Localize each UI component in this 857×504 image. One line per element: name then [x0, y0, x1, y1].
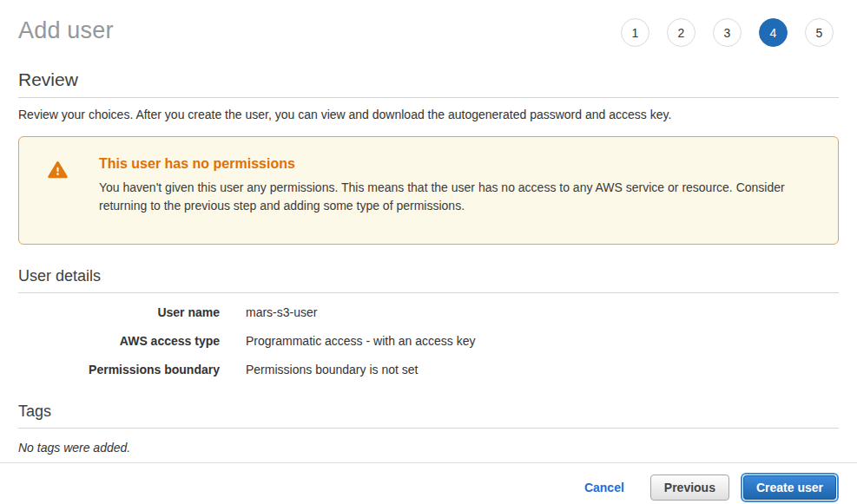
review-heading: Review: [18, 69, 839, 98]
warning-triangle-icon: [36, 156, 69, 226]
warning-title: This user has no permissions: [99, 156, 824, 172]
warning-body: You haven't given this user any permissi…: [99, 179, 824, 215]
detail-row-permissions-boundary: Permissions boundary Permissions boundar…: [18, 363, 839, 376]
user-details-heading: User details: [18, 267, 839, 293]
detail-row-user-name: User name mars-s3-user: [18, 305, 839, 319]
previous-button[interactable]: Previous: [650, 475, 729, 501]
review-section: Review Review your choices. After you cr…: [18, 69, 839, 121]
user-details-rows: User name mars-s3-user AWS access type P…: [18, 305, 839, 376]
no-permissions-warning-box: This user has no permissions You haven't…: [18, 136, 839, 245]
wizard-footer: Cancel Previous Create user: [0, 462, 857, 502]
tags-empty-text: No tags were added.: [18, 441, 839, 455]
step-3-indicator[interactable]: 3: [713, 18, 742, 47]
step-1-indicator[interactable]: 1: [621, 18, 649, 47]
warning-content: This user has no permissions You haven't…: [69, 156, 824, 226]
user-details-section: User details User name mars-s3-user AWS …: [18, 267, 839, 376]
detail-row-access-type: AWS access type Programmatic access - wi…: [18, 334, 839, 348]
tags-heading: Tags: [18, 403, 839, 429]
detail-label: Permissions boundary: [18, 363, 220, 376]
page-title: Add user: [18, 14, 114, 44]
detail-value: Programmatic access - with an access key: [246, 334, 476, 348]
step-2-indicator[interactable]: 2: [667, 18, 695, 47]
wizard-header: Add user 1 2 3 4 5: [0, 0, 857, 47]
review-description: Review your choices. After you create th…: [18, 108, 839, 121]
wizard-content: Review Review your choices. After you cr…: [0, 69, 857, 455]
detail-value: Permissions boundary is not set: [246, 363, 418, 376]
step-5-indicator[interactable]: 5: [805, 18, 834, 47]
detail-label: AWS access type: [18, 334, 220, 348]
create-user-button-focus-ring[interactable]: Create user: [741, 473, 839, 502]
detail-label: User name: [18, 305, 220, 319]
create-user-button[interactable]: Create user: [743, 475, 836, 500]
cancel-link[interactable]: Cancel: [584, 481, 624, 494]
wizard-step-indicator: 1 2 3 4 5: [621, 14, 839, 47]
tags-section: Tags No tags were added.: [18, 403, 839, 455]
step-4-indicator-active[interactable]: 4: [759, 18, 788, 47]
add-user-wizard-page: Add user 1 2 3 4 5 Review Review your ch…: [0, 0, 857, 504]
detail-value: mars-s3-user: [246, 305, 317, 319]
